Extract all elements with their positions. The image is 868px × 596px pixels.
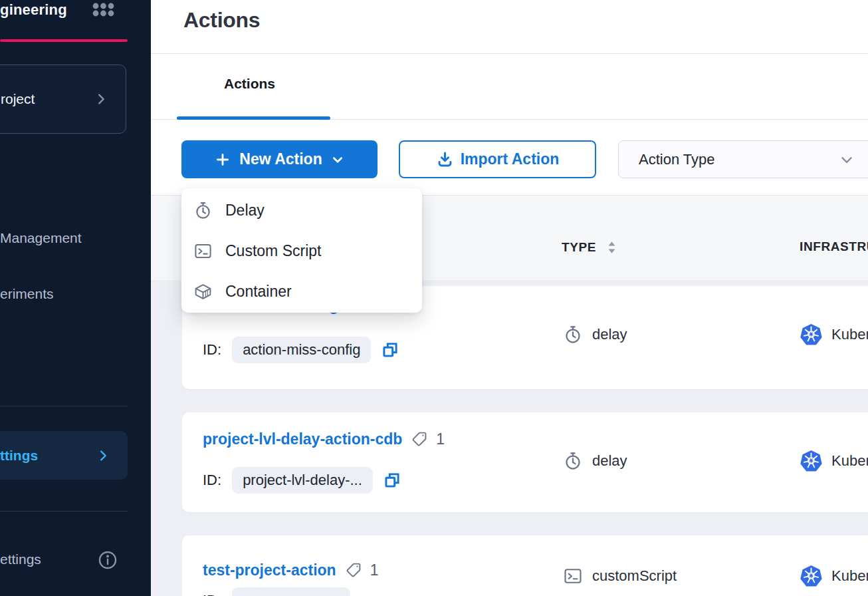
stopwatch-icon <box>563 451 583 471</box>
id-label: ID: <box>203 341 221 359</box>
action-type-value: customScript <box>592 567 677 585</box>
chevron-right-icon <box>94 92 108 106</box>
new-action-label: New Action <box>239 150 322 168</box>
action-id-value: action-miss-config <box>232 337 371 363</box>
tag-icon <box>344 561 362 579</box>
terminal-icon <box>563 566 583 586</box>
action-id-value: project-lvl-delay-... <box>232 467 373 494</box>
chevron-down-icon <box>838 151 855 168</box>
table-row: project-lvl-delay-action-cdb 1 ID: proje… <box>182 412 868 512</box>
tag-count: 1 <box>370 561 379 579</box>
sidebar: gineering roject Management eriments tti… <box>0 0 151 596</box>
main-content: Actions Actions New Action Import Action… <box>151 0 868 596</box>
sidebar-footer-settings[interactable]: ettings <box>0 549 128 572</box>
column-header-type[interactable]: TYPE <box>562 239 617 255</box>
infrastructure-column-label: INFRASTRUCTURE <box>800 239 868 254</box>
table-row: test-project-action 1 ID: customScript <box>182 535 868 596</box>
sidebar-item-settings-active[interactable]: ttings <box>0 431 128 480</box>
sidebar-divider <box>0 511 128 512</box>
action-type-label: Action Type <box>639 151 715 168</box>
id-label: ID: <box>203 472 221 489</box>
kubernetes-icon <box>800 564 823 587</box>
app-screen: gineering roject Management eriments tti… <box>0 0 868 596</box>
active-tab-indicator <box>177 116 330 120</box>
chevron-right-icon <box>96 448 110 463</box>
container-cube-icon <box>193 282 213 301</box>
plus-icon <box>214 151 231 168</box>
stopwatch-icon <box>563 325 583 345</box>
terminal-icon <box>193 241 213 261</box>
sort-icon <box>607 239 617 255</box>
column-header-infrastructure: INFRASTRUCTURE <box>800 239 868 254</box>
action-type-filter[interactable]: Action Type <box>618 140 868 178</box>
copy-icon[interactable] <box>383 472 401 489</box>
project-name: roject <box>1 91 35 107</box>
project-switcher[interactable]: roject <box>0 65 126 134</box>
action-type-value: delay <box>592 326 627 343</box>
tag-count: 1 <box>436 430 445 448</box>
infrastructure-value: Kubernetes <box>831 326 868 343</box>
copy-icon[interactable] <box>381 341 399 359</box>
new-action-dropdown-menu: Delay Custom Script Container <box>181 188 422 313</box>
sidebar-item-experiments[interactable]: eriments <box>0 285 54 303</box>
import-action-label: Import Action <box>461 150 560 168</box>
kubernetes-icon <box>800 449 823 472</box>
apps-grid-icon[interactable] <box>92 3 114 17</box>
chevron-down-icon <box>330 152 345 167</box>
sidebar-divider <box>0 406 128 406</box>
menu-item-label: Container <box>225 283 292 301</box>
infrastructure-value: Kubernetes <box>831 567 868 585</box>
stopwatch-icon <box>193 201 213 220</box>
infrastructure-value: Kubernetes <box>831 452 868 470</box>
new-action-button[interactable]: New Action <box>181 140 378 178</box>
action-name-link[interactable]: project-lvl-delay-action-cdb <box>203 429 402 449</box>
id-label: ID: <box>203 592 221 596</box>
tag-icon <box>410 430 428 448</box>
footer-settings-label: ettings <box>0 551 41 567</box>
type-column-label: TYPE <box>562 240 596 255</box>
brand-wordmark: gineering <box>0 1 67 19</box>
action-id-value <box>232 587 350 596</box>
menu-item-custom-script[interactable]: Custom Script <box>181 231 422 271</box>
download-icon <box>436 150 454 168</box>
info-icon[interactable] <box>97 549 118 571</box>
tab-actions[interactable]: Actions <box>224 76 275 92</box>
menu-item-label: Custom Script <box>225 242 321 260</box>
brand-accent-bar <box>0 39 128 42</box>
menu-item-delay[interactable]: Delay <box>181 190 422 231</box>
menu-item-container[interactable]: Container <box>181 271 422 312</box>
action-type-value: delay <box>592 452 627 470</box>
kubernetes-icon <box>800 323 823 346</box>
sidebar-item-management[interactable]: Management <box>0 229 82 247</box>
action-name-link[interactable]: test-project-action <box>203 560 336 580</box>
settings-label: ttings <box>0 448 38 464</box>
import-action-button[interactable]: Import Action <box>399 140 596 178</box>
header-divider <box>151 53 868 54</box>
page-title: Actions <box>183 8 260 33</box>
menu-item-label: Delay <box>225 202 265 220</box>
